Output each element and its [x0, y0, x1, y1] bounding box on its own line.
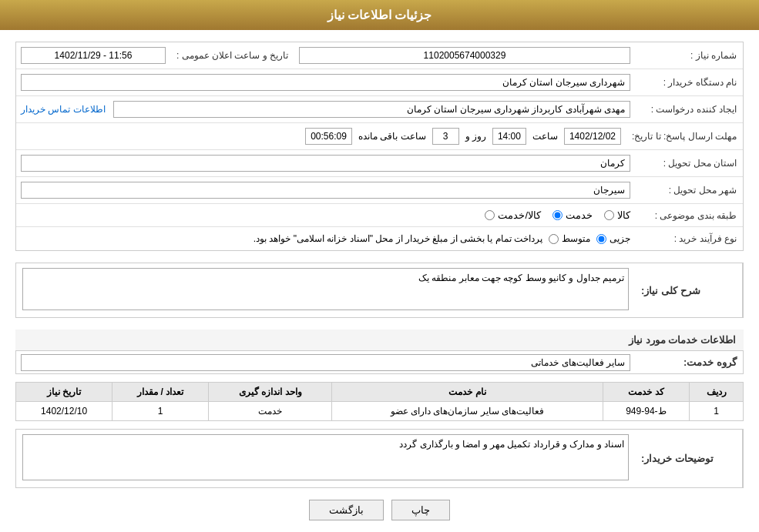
reply-deadline-label: مهلت ارسال پاسخ: تا تاریخ: [626, 128, 743, 145]
contact-info-link[interactable]: اطلاعات تماس خریدار [21, 104, 106, 115]
remaining-label: ساعت باقی مانده [355, 131, 429, 142]
category-radio-service[interactable] [552, 210, 563, 220]
announce-datetime-value: 1402/11/29 - 11:56 [16, 45, 170, 66]
table-cell-unit: خدمت [209, 402, 332, 421]
table-cell-row: 1 [690, 402, 744, 421]
row-creator: ایجاد کننده درخواست : مهدی شهرآبادی کارب… [16, 96, 743, 123]
table-header-row: ردیف کد خدمت نام خدمت واحد اندازه گیری ت… [16, 383, 744, 402]
delivery-province-input: کرمان [21, 155, 630, 172]
delivery-city-input: سیرجان [21, 182, 630, 199]
reply-time-label: ساعت [529, 131, 561, 142]
table-cell-quantity: 1 [113, 402, 209, 421]
purchase-type-medium-label: متوسط [562, 233, 590, 244]
remaining-time: 00:56:09 [305, 128, 352, 145]
purchase-type-radio-minor[interactable] [596, 234, 606, 244]
reply-deadline-values: 1402/12/02 ساعت 14:00 روز و 3 ساعت باقی … [16, 125, 626, 147]
category-label: طبقه بندی موضوعی : [635, 207, 743, 224]
buyer-notes-section: توضیحات خریدار: [15, 429, 744, 488]
col-header-name: نام خدمت [332, 383, 603, 402]
category-option-goods-service[interactable]: کالا/خدمت [485, 209, 541, 221]
table-cell-date: 1402/12/10 [16, 402, 113, 421]
need-number-input: 1102005674000329 [299, 47, 630, 64]
need-number-value: 1102005674000329 [294, 45, 635, 66]
row-purchase-type: نوع فرآیند خرید : پرداخت تمام یا بخشی از… [16, 227, 743, 250]
delivery-city-value: سیرجان [16, 179, 635, 201]
creator-input: مهدی شهرآبادی کاربرداز شهرداری سیرجان اس… [113, 101, 630, 118]
buyer-org-input: شهرداری سیرجان استان کرمان [21, 74, 630, 91]
service-group-input: سایر فعالیت‌های خدماتی [21, 354, 630, 371]
need-description-section: شرح کلی نیاز: // Will populate below [15, 263, 744, 318]
category-options: کالا/خدمت خدمت کالا [16, 207, 635, 223]
category-option-service[interactable]: خدمت [552, 209, 593, 221]
col-header-code: کد خدمت [603, 383, 690, 402]
reply-time-value: 14:00 [492, 128, 526, 145]
services-table: ردیف کد خدمت نام خدمت واحد اندازه گیری ت… [15, 382, 744, 421]
announce-datetime-label: تاریخ و ساعت اعلان عمومی : [170, 47, 294, 64]
need-description-textarea[interactable] [22, 268, 629, 310]
category-radio-goods[interactable] [604, 210, 614, 220]
category-option-goods-service-label: کالا/خدمت [498, 209, 541, 221]
days-value: 3 [432, 128, 459, 145]
creator-value: مهدی شهرآبادی کاربرداز شهرداری سیرجان اس… [16, 99, 635, 120]
category-option-service-label: خدمت [566, 209, 593, 221]
category-option-goods-label: کالا [617, 209, 630, 221]
purchase-type-label: نوع فرآیند خرید : [635, 230, 743, 247]
col-header-row: ردیف [690, 383, 744, 402]
table-cell-code: ط-94-949 [603, 402, 690, 421]
col-header-unit: واحد اندازه گیری [209, 383, 332, 402]
reply-date-value: 1402/12/02 [564, 128, 621, 145]
row-reply-deadline: مهلت ارسال پاسخ: تا تاریخ: 1402/12/02 سا… [16, 123, 743, 150]
category-radio-goods-service[interactable] [485, 210, 495, 220]
table-row: 1ط-94-949فعالیت‌های سایر سازمان‌های دارا… [16, 402, 744, 421]
category-option-goods[interactable]: کالا [604, 209, 630, 221]
back-button[interactable]: بازگشت [309, 500, 384, 520]
page-title: جزئیات اطلاعات نیاز [327, 8, 432, 22]
purchase-type-minor[interactable]: جزیی [596, 233, 630, 244]
creator-label: ایجاد کننده درخواست : [635, 101, 743, 118]
footer-buttons: چاپ بازگشت [15, 500, 744, 520]
row-need-number: شماره نیاز : 1102005674000329 تاریخ و سا… [16, 42, 743, 69]
row-buyer-org: نام دستگاه خریدار : شهرداری سیرجان استان… [16, 69, 743, 96]
service-group-row: گروه خدمت: سایر فعالیت‌های خدماتی [15, 351, 744, 374]
delivery-city-label: شهر محل تحویل : [635, 182, 743, 199]
col-header-quantity: تعداد / مقدار [113, 383, 209, 402]
service-group-value: سایر فعالیت‌های خدماتی [16, 352, 635, 373]
services-table-container: ردیف کد خدمت نام خدمت واحد اندازه گیری ت… [15, 382, 744, 421]
purchase-type-medium[interactable]: متوسط [549, 233, 590, 244]
purchase-type-radio-medium[interactable] [549, 234, 559, 244]
row-category: طبقه بندی موضوعی : کالا/خدمت خدمت کالا [16, 204, 743, 227]
buyer-org-label: نام دستگاه خریدار : [635, 74, 743, 91]
need-description-content: // Will populate below [16, 263, 635, 317]
row-delivery-city: شهر محل تحویل : سیرجان [16, 177, 743, 204]
purchase-type-minor-label: جزیی [610, 233, 630, 244]
page-header: جزئیات اطلاعات نیاز [0, 0, 759, 30]
need-description-label: شرح کلی نیاز: [635, 263, 743, 317]
print-button[interactable]: چاپ [391, 500, 450, 520]
buyer-notes-content [16, 430, 635, 487]
announce-datetime-input: 1402/11/29 - 11:56 [21, 47, 166, 64]
services-section-title: اطلاعات خدمات مورد نیاز [15, 330, 744, 351]
buyer-org-value: شهرداری سیرجان استان کرمان [16, 72, 635, 93]
need-number-label: شماره نیاز : [635, 47, 743, 64]
delivery-province-value: کرمان [16, 152, 635, 174]
col-header-date: تاریخ نیاز [16, 383, 113, 402]
days-label: روز و [462, 131, 489, 142]
main-info-section: شماره نیاز : 1102005674000329 تاریخ و سا… [15, 42, 744, 251]
purchase-type-note: پرداخت تمام یا بخشی از مبلغ خریدار از مح… [254, 233, 542, 244]
delivery-province-label: استان محل تحویل : [635, 155, 743, 172]
table-cell-name: فعالیت‌های سایر سازمان‌های دارای عضو [332, 402, 603, 421]
row-delivery-province: استان محل تحویل : کرمان [16, 150, 743, 177]
buyer-notes-textarea[interactable] [22, 434, 629, 480]
buyer-notes-label: توضیحات خریدار: [635, 430, 743, 487]
service-group-label: گروه خدمت: [635, 353, 743, 371]
purchase-type-content: پرداخت تمام یا بخشی از مبلغ خریدار از مح… [16, 231, 635, 246]
